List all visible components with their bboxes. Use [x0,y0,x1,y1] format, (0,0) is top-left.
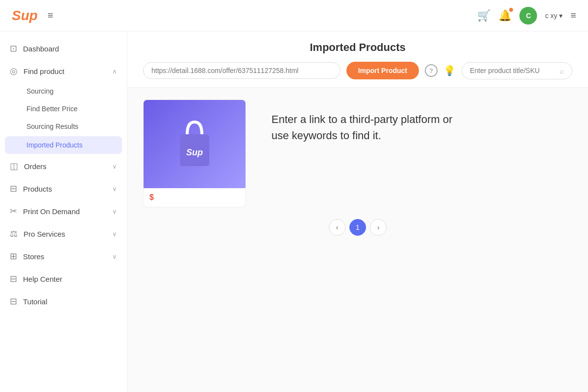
top-nav: Sup ≡ 🛒 🔔 C c xy ▾ ≡ [0,0,588,31]
search-icon: ⌕ [560,67,564,75]
sidebar-item-label: Stores [23,252,44,261]
print-on-demand-icon: ✂ [10,206,17,217]
url-input-wrapper[interactable] [143,62,341,79]
sidebar-item-help-center[interactable]: ⊟ Help Center [0,268,127,290]
top-nav-left: Sup ≡ [12,8,53,24]
main-content: Imported Products Import Product ? 💡 ⌕ [127,31,588,392]
stores-icon: ⊞ [10,251,17,262]
sidebar-item-label: Help Center [23,275,62,283]
empty-state-text: Enter a link to a third-party platform o… [256,99,501,155]
sidebar-item-find-product[interactable]: ◎ Find product ∧ [0,60,127,82]
sidebar-item-label: Pro Services [24,230,65,238]
help-center-icon: ⊟ [10,273,17,284]
product-row: Sup $ Enter a link to a third-party plat… [143,99,572,207]
bell-icon[interactable]: 🔔 [498,9,512,22]
product-price: $ [144,188,245,207]
sidebar-item-sourcing-results[interactable]: Sourcing Results [0,118,127,135]
empty-state: Enter a link to a third-party platform o… [256,99,572,207]
pagination-next-button[interactable]: › [370,219,387,236]
menu-icon[interactable]: ≡ [48,10,53,21]
chevron-down-icon: ∨ [112,253,117,260]
sidebar-item-orders[interactable]: ◫ Orders ∨ [0,155,127,177]
top-nav-right: 🛒 🔔 C c xy ▾ ≡ [477,7,576,24]
pro-services-icon: ⚖ [10,228,18,239]
hamburger-menu-icon[interactable]: ≡ [570,10,576,21]
chevron-down-icon: ∨ [112,230,117,238]
avatar[interactable]: C [519,7,537,24]
dashboard-icon: ⊡ [10,43,17,54]
product-image: Sup [144,100,245,188]
import-bar: Import Product ? 💡 ⌕ [143,62,572,87]
search-input-wrapper[interactable]: ⌕ [462,62,572,79]
import-product-button[interactable]: Import Product [346,62,419,79]
help-icon[interactable]: ? [425,64,438,77]
app-logo: Sup [12,8,38,24]
user-name[interactable]: c xy ▾ [545,12,563,20]
sidebar-item-products[interactable]: ⊟ Products ∨ [0,177,127,200]
find-product-icon: ◎ [10,66,18,76]
sidebar-item-tutorial[interactable]: ⊟ Tutorial [0,290,127,313]
chevron-up-icon: ∧ [112,68,117,75]
sidebar-item-pro-services[interactable]: ⚖ Pro Services ∨ [0,222,127,245]
sidebar-item-label: Find product [24,67,64,75]
sidebar: ⊡ Dashboard ◎ Find product ∧ Sourcing Fi… [0,31,127,392]
pagination-prev-button[interactable]: ‹ [329,219,345,236]
sidebar-item-label: Products [23,185,52,193]
sidebar-item-label: Tutorial [23,297,47,306]
product-card[interactable]: Sup $ [143,99,246,207]
sidebar-item-imported-products[interactable]: Imported Products [5,136,122,154]
search-input[interactable] [470,67,556,74]
product-bag-svg: Sup [170,112,219,176]
pagination: ‹ 1 › [143,207,572,247]
pagination-page-1-button[interactable]: 1 [349,219,366,236]
chevron-down-icon: ∨ [112,185,117,193]
bulb-icon[interactable]: 💡 [443,65,456,76]
sidebar-item-label: Print On Demand [23,207,80,216]
sidebar-item-find-better-price[interactable]: Find Better Price [0,100,127,118]
sidebar-item-label: Orders [24,162,47,171]
chevron-down-icon: ∨ [112,163,117,170]
chevron-down-icon: ∨ [112,208,117,215]
page-header: Imported Products Import Product ? 💡 ⌕ [127,31,588,88]
svg-text:Sup: Sup [186,147,203,157]
sidebar-item-print-on-demand[interactable]: ✂ Print On Demand ∨ [0,200,127,222]
sidebar-item-dashboard[interactable]: ⊡ Dashboard [0,37,127,60]
cart-icon[interactable]: 🛒 [477,9,490,22]
orders-icon: ◫ [10,161,18,172]
sidebar-item-label: Dashboard [23,45,59,53]
url-input[interactable] [151,67,332,74]
notification-badge [509,7,514,12]
sidebar-item-stores[interactable]: ⊞ Stores ∨ [0,245,127,268]
main-layout: ⊡ Dashboard ◎ Find product ∧ Sourcing Fi… [0,31,588,392]
content-area: Sup $ Enter a link to a third-party plat… [127,88,588,259]
products-icon: ⊟ [10,183,17,194]
tutorial-icon: ⊟ [10,296,17,307]
sidebar-item-sourcing[interactable]: Sourcing [0,82,127,100]
page-title: Imported Products [143,41,572,62]
